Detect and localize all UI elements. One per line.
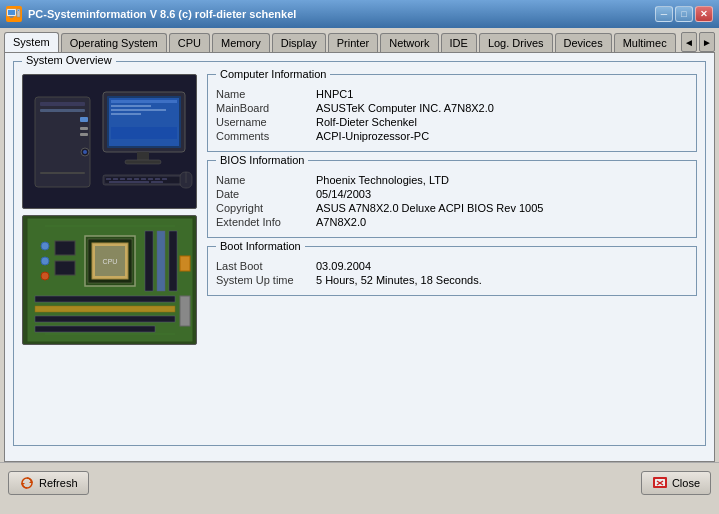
svg-rect-60 (180, 256, 190, 271)
field-label: Last Boot (216, 259, 316, 273)
svg-rect-38 (151, 181, 163, 183)
field-label: Username (216, 115, 316, 129)
tab-printer[interactable]: Printer (328, 33, 378, 52)
svg-rect-49 (145, 231, 153, 291)
svg-rect-19 (111, 100, 177, 103)
field-value: HNPC1 (316, 87, 688, 101)
svg-rect-37 (109, 181, 149, 183)
computer-info-table: Name HNPC1 MainBoard ASUSTeK Computer IN… (216, 87, 688, 143)
svg-rect-29 (113, 178, 118, 180)
svg-rect-1 (8, 10, 15, 15)
tab-display[interactable]: Display (272, 33, 326, 52)
table-row: Name HNPC1 (216, 87, 688, 101)
table-row: Extendet Info A7N8X2.0 (216, 215, 688, 229)
svg-rect-33 (141, 178, 146, 180)
svg-rect-6 (18, 10, 19, 11)
tab-memory[interactable]: Memory (212, 33, 270, 52)
svg-rect-59 (180, 296, 190, 326)
title-bar: PC-Systeminformation V 8.6 (c) rolf-diet… (0, 0, 719, 28)
field-value: A7N8X2.0 (316, 215, 688, 229)
refresh-icon (19, 475, 35, 491)
system-images: CPU (22, 74, 197, 345)
tab-system[interactable]: System (4, 32, 59, 52)
svg-point-14 (83, 150, 87, 154)
tab-network[interactable]: Network (380, 33, 438, 52)
svg-rect-32 (134, 178, 139, 180)
tab-multimec[interactable]: Multimec (614, 33, 676, 52)
system-overview-title: System Overview (22, 54, 116, 66)
field-label: Comments (216, 129, 316, 143)
svg-point-58 (41, 272, 49, 280)
svg-rect-36 (162, 178, 167, 180)
motherboard-image: CPU (22, 215, 197, 345)
field-value: 05/14/2003 (316, 187, 688, 201)
table-row: Name Phoenix Technologies, LTD (216, 173, 688, 187)
table-row: Last Boot 03.09.2004 (216, 259, 688, 273)
field-value: Phoenix Technologies, LTD (316, 173, 688, 187)
computer-info-title: Computer Information (216, 68, 330, 80)
refresh-button[interactable]: Refresh (8, 471, 89, 495)
svg-rect-23 (111, 127, 177, 139)
tab-cpu[interactable]: CPU (169, 33, 210, 52)
system-overview-content: CPU (22, 74, 697, 345)
field-label: Copyright (216, 201, 316, 215)
maximize-button[interactable]: □ (675, 6, 693, 22)
svg-rect-62 (55, 261, 75, 275)
svg-rect-35 (155, 178, 160, 180)
boot-info-table: Last Boot 03.09.2004 System Up time 5 Ho… (216, 259, 688, 287)
field-label: Date (216, 187, 316, 201)
tab-navigation: ◄ ► (681, 32, 715, 52)
minimize-button[interactable]: ─ (655, 6, 673, 22)
table-row: Copyright ASUS A7N8X2.0 Deluxe ACPI BIOS… (216, 201, 688, 215)
svg-rect-9 (40, 109, 85, 112)
close-label: Close (672, 477, 700, 489)
svg-rect-50 (157, 231, 165, 291)
title-bar-left: PC-Systeminformation V 8.6 (c) rolf-diet… (6, 6, 296, 22)
tab-next-button[interactable]: ► (699, 32, 715, 52)
system-overview-group: System Overview (13, 61, 706, 446)
table-row: Comments ACPI-Uniprozessor-PC (216, 129, 688, 143)
field-label: Name (216, 173, 316, 187)
field-value: 5 Hours, 52 Minutes, 18 Seconds. (316, 273, 688, 287)
svg-rect-25 (125, 160, 161, 164)
field-value: 03.09.2004 (316, 259, 688, 273)
refresh-label: Refresh (39, 477, 78, 489)
svg-rect-3 (9, 16, 14, 17)
svg-rect-8 (40, 102, 85, 106)
svg-rect-21 (111, 109, 166, 111)
right-info-panel: Computer Information Name HNPC1 MainBoar… (207, 74, 697, 345)
field-label: Name (216, 87, 316, 101)
svg-rect-11 (80, 127, 88, 130)
svg-rect-12 (80, 133, 88, 136)
tab-prev-button[interactable]: ◄ (681, 32, 697, 52)
svg-text:CPU: CPU (102, 258, 117, 265)
tab-devices[interactable]: Devices (555, 33, 612, 52)
svg-point-56 (41, 242, 49, 250)
svg-rect-54 (35, 316, 175, 322)
bottom-bar: Refresh Close (0, 462, 719, 502)
tab-operating-system[interactable]: Operating System (61, 33, 167, 52)
svg-rect-15 (40, 172, 85, 174)
bios-info-title: BIOS Information (216, 154, 308, 166)
app-icon (6, 6, 22, 22)
window-controls: ─ □ ✕ (655, 6, 713, 22)
pc-desktop-image (22, 74, 197, 209)
svg-rect-34 (148, 178, 153, 180)
svg-rect-55 (35, 326, 155, 332)
svg-rect-24 (137, 152, 149, 160)
bios-info-section: BIOS Information Name Phoenix Technologi… (207, 160, 697, 238)
close-button[interactable]: Close (641, 471, 711, 495)
svg-rect-52 (35, 296, 175, 302)
tab-log-drives[interactable]: Log. Drives (479, 33, 553, 52)
svg-rect-53 (35, 306, 175, 312)
table-row: Date 05/14/2003 (216, 187, 688, 201)
svg-rect-28 (106, 178, 111, 180)
boot-info-section: Boot Information Last Boot 03.09.2004 Sy… (207, 246, 697, 296)
svg-rect-10 (80, 117, 88, 122)
field-label: System Up time (216, 273, 316, 287)
table-row: MainBoard ASUSTeK Computer INC. A7N8X2.0 (216, 101, 688, 115)
bios-info-table: Name Phoenix Technologies, LTD Date 05/1… (216, 173, 688, 229)
svg-rect-4 (10, 17, 13, 18)
tab-ide[interactable]: IDE (441, 33, 477, 52)
close-window-button[interactable]: ✕ (695, 6, 713, 22)
